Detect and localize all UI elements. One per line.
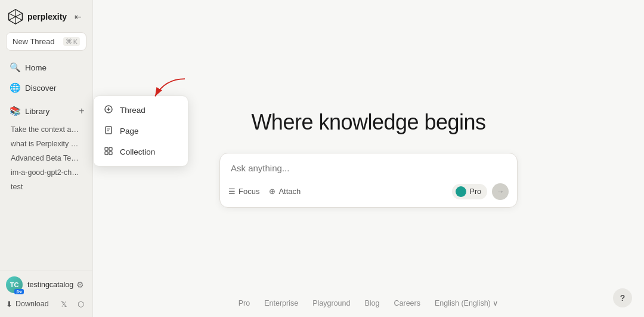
library-items: Take the context as a... what is Perplex… [0, 121, 92, 195]
attach-icon: ⊕ [269, 187, 275, 196]
focus-button[interactable]: ☰ Focus [228, 187, 259, 196]
thread-icon [103, 104, 114, 116]
search-input[interactable] [231, 163, 506, 173]
username: testingcatalog [27, 281, 73, 289]
user-info[interactable]: TC β·ε testingcatalog [6, 276, 73, 293]
sidebar-footer: TC β·ε testingcatalog ⚙ ⬇ Download 𝕏 ⬡ [0, 270, 92, 317]
dropdown-page-label: Page [120, 127, 139, 136]
focus-icon: ☰ [228, 187, 236, 196]
bottom-link-enterprise[interactable]: Enterprise [264, 299, 298, 307]
avatar: TC β·ε [6, 276, 23, 293]
library-header[interactable]: 📚 Library + [0, 101, 92, 121]
shortcut-key: K [73, 38, 78, 45]
help-button[interactable]: ? [613, 288, 632, 307]
library-item[interactable]: im-a-good-gpt2-chatb... [5, 165, 88, 180]
attach-label: Attach [278, 187, 301, 196]
bottom-link-pro[interactable]: Pro [239, 299, 250, 307]
main-title: Where knowledge begins [251, 110, 485, 135]
library-add-button[interactable]: + [76, 105, 88, 117]
bottom-nav: Pro Enterprise Playground Blog Careers E… [239, 298, 499, 307]
library-icon: 📚 [10, 106, 20, 116]
collection-icon [103, 146, 114, 158]
library-item[interactable]: Advanced Beta Testing... [5, 151, 88, 165]
dropdown-item-page[interactable]: Page [97, 121, 184, 141]
dropdown-collection-label: Collection [120, 147, 155, 156]
library-item[interactable]: test [5, 180, 88, 194]
focus-label: Focus [239, 187, 259, 196]
search-tools-left: ☰ Focus ⊕ Attach [228, 187, 301, 196]
library-left: 📚 Library [10, 106, 49, 116]
new-thread-button[interactable]: New Thread ⌘ K [6, 32, 86, 51]
sidebar-item-discover[interactable]: 🌐 Discover [5, 78, 88, 97]
library-label: Library [25, 107, 49, 116]
settings-button[interactable]: ⚙ [73, 278, 86, 291]
download-icon: ⬇ [6, 300, 13, 309]
dropdown-item-thread[interactable]: Thread [97, 100, 184, 121]
search-tools-right: Pro → [452, 183, 509, 200]
discover-icon: 🌐 [10, 82, 20, 93]
shortcut-cmd: ⌘ [66, 38, 72, 45]
twitter-button[interactable]: 𝕏 [58, 298, 70, 310]
shortcut-badge: ⌘ K [63, 37, 80, 46]
download-row: ⬇ Download 𝕏 ⬡ [6, 298, 86, 310]
toggle-dot [456, 186, 466, 197]
bottom-link-language[interactable]: English (English) ∨ [435, 298, 499, 307]
svg-rect-5 [109, 152, 112, 155]
svg-rect-3 [109, 147, 112, 150]
download-button[interactable]: ⬇ Download [6, 300, 49, 309]
social-icons: 𝕏 ⬡ [58, 298, 86, 310]
send-button[interactable]: → [492, 183, 509, 200]
dropdown-item-collection[interactable]: Collection [97, 141, 184, 162]
page-icon [103, 125, 114, 137]
library-item[interactable]: Take the context as a... [5, 122, 88, 137]
discord-button[interactable]: ⬡ [75, 298, 86, 310]
pro-label: Pro [470, 187, 481, 196]
logo-area: perplexity [7, 8, 67, 25]
bottom-link-careers[interactable]: Careers [394, 299, 420, 307]
svg-rect-2 [105, 147, 108, 150]
pro-toggle[interactable]: Pro [452, 184, 487, 199]
logo-text: perplexity [27, 12, 67, 21]
collapse-sidebar-button[interactable]: ⇤ [71, 10, 85, 24]
search-input-area [220, 153, 517, 178]
search-box: ☰ Focus ⊕ Attach Pro → [219, 153, 518, 208]
svg-rect-4 [105, 152, 108, 155]
sidebar-item-home-label: Home [25, 63, 47, 72]
dropdown-menu: Thread Page Collection [93, 96, 188, 167]
library-item[interactable]: what is Perplexity Pages [5, 137, 88, 151]
sidebar-item-home[interactable]: 🔍 Home [5, 58, 88, 77]
user-row: TC β·ε testingcatalog ⚙ [6, 276, 86, 293]
dropdown-thread-label: Thread [120, 106, 145, 115]
download-label: Download [16, 300, 49, 308]
search-toolbar: ☰ Focus ⊕ Attach Pro → [220, 178, 517, 207]
attach-button[interactable]: ⊕ Attach [269, 187, 301, 196]
sidebar-item-discover-label: Discover [25, 84, 57, 93]
bottom-link-blog[interactable]: Blog [364, 299, 379, 307]
user-pro-badge: β·ε [14, 289, 24, 294]
sidebar-header: perplexity ⇤ [0, 0, 92, 30]
nav-items: 🔍 Home 🌐 Discover [0, 56, 92, 101]
svg-rect-1 [106, 127, 112, 134]
sidebar: perplexity ⇤ New Thread ⌘ K 🔍 Home 🌐 Dis… [0, 0, 93, 317]
bottom-link-playground[interactable]: Playground [312, 299, 350, 307]
new-thread-label: New Thread [13, 37, 55, 46]
home-icon: 🔍 [10, 62, 20, 73]
perplexity-logo-icon [7, 8, 24, 25]
